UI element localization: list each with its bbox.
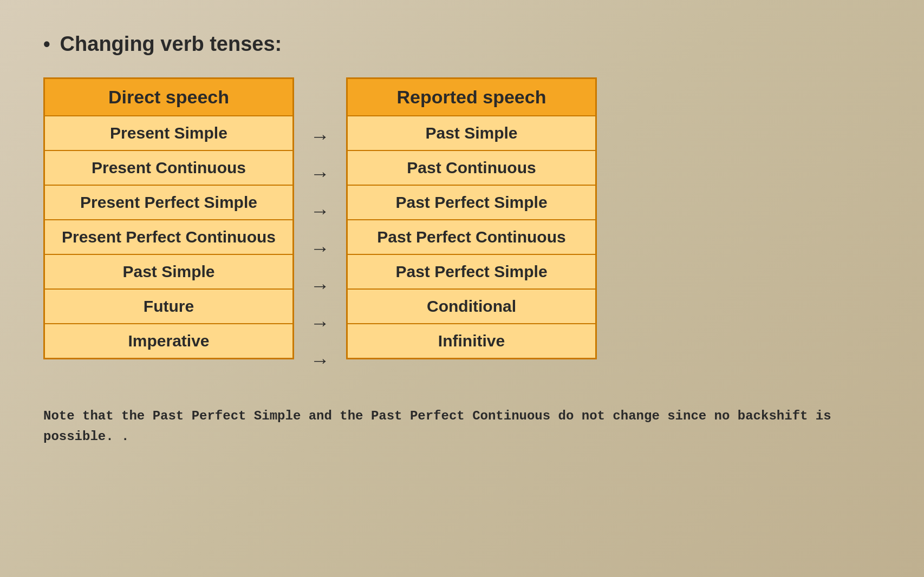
bullet-heading: • Changing verb tenses: <box>43 32 282 56</box>
direct-speech-cell-4: Present Perfect Continuous <box>44 220 294 254</box>
direct-speech-header: Direct speech <box>44 78 294 116</box>
table-row: Imperative <box>44 324 294 359</box>
arrow-1: → <box>310 117 330 155</box>
table-row: Past Perfect Simple <box>347 185 596 220</box>
table-row: Past Simple <box>44 254 294 289</box>
direct-speech-table: Direct speech Present Simple Present Con… <box>43 77 294 359</box>
direct-speech-cell-2: Present Continuous <box>44 150 294 185</box>
reported-speech-cell-7: Infinitive <box>347 324 596 359</box>
reported-speech-header: Reported speech <box>347 78 596 116</box>
table-row: Present Simple <box>44 116 294 150</box>
note-text: Note that the Past Perfect Simple and th… <box>43 406 881 448</box>
table-row: Past Simple <box>347 116 596 150</box>
reported-speech-table: Reported speech Past Simple Past Continu… <box>346 77 597 359</box>
direct-speech-cell-7: Imperative <box>44 324 294 359</box>
direct-speech-cell-6: Future <box>44 289 294 324</box>
direct-speech-cell-3: Present Perfect Simple <box>44 185 294 220</box>
bullet-icon: • <box>43 33 50 56</box>
reported-speech-cell-3: Past Perfect Simple <box>347 185 596 220</box>
arrows-column: → → → → → → → <box>294 77 346 379</box>
reported-speech-cell-5: Past Perfect Simple <box>347 254 596 289</box>
table-row: Present Perfect Simple <box>44 185 294 220</box>
table-row: Future <box>44 289 294 324</box>
reported-speech-cell-2: Past Continuous <box>347 150 596 185</box>
arrow-2: → <box>310 155 330 192</box>
table-row: Conditional <box>347 289 596 324</box>
table-row: Past Continuous <box>347 150 596 185</box>
table-header-row: Direct speech <box>44 78 294 116</box>
arrow-3: → <box>310 192 330 230</box>
arrow-6: → <box>310 304 330 342</box>
tables-container: Direct speech Present Simple Present Con… <box>43 77 597 379</box>
page-title: Changing verb tenses: <box>60 32 282 56</box>
table-row: Present Perfect Continuous <box>44 220 294 254</box>
direct-speech-cell-5: Past Simple <box>44 254 294 289</box>
reported-speech-cell-4: Past Perfect Continuous <box>347 220 596 254</box>
arrow-5: → <box>310 267 330 304</box>
table-header-row: Reported speech <box>347 78 596 116</box>
table-row: Infinitive <box>347 324 596 359</box>
direct-speech-cell-1: Present Simple <box>44 116 294 150</box>
arrow-4: → <box>310 230 330 267</box>
table-row: Past Perfect Continuous <box>347 220 596 254</box>
table-row: Past Perfect Simple <box>347 254 596 289</box>
reported-speech-cell-6: Conditional <box>347 289 596 324</box>
reported-speech-cell-1: Past Simple <box>347 116 596 150</box>
arrow-7: → <box>310 342 330 379</box>
table-row: Present Continuous <box>44 150 294 185</box>
